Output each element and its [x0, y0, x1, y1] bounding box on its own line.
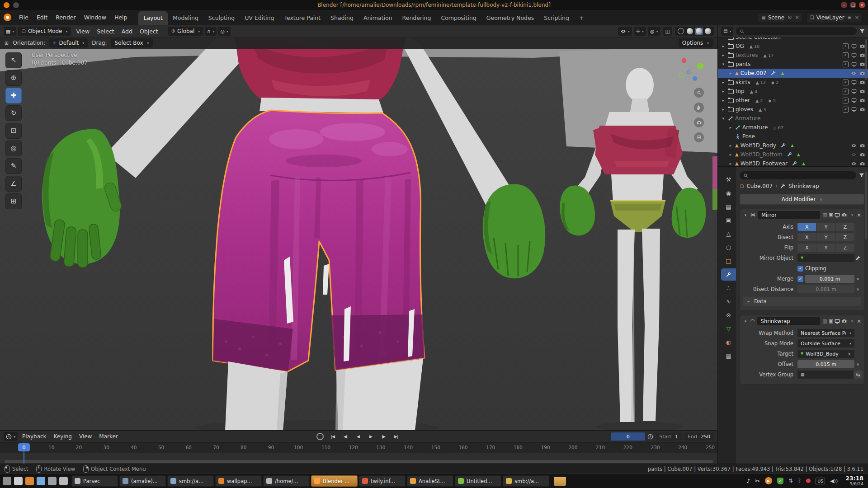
- media-player-icon[interactable]: ♪: [746, 478, 750, 484]
- zoom-button[interactable]: [694, 88, 704, 98]
- disclosure-right-icon[interactable]: ▸: [721, 107, 726, 112]
- view-layer-remove-icon[interactable]: ×: [855, 14, 859, 20]
- jump-start-button[interactable]: |◀: [327, 432, 339, 441]
- workspace-tab-animation[interactable]: Animation: [359, 11, 397, 25]
- workspace-tab-modeling[interactable]: Modeling: [168, 11, 203, 25]
- animate-dot[interactable]: [857, 278, 859, 280]
- jump-end-button[interactable]: ▶|: [390, 432, 402, 441]
- taskbar-window-amalie[interactable]: (amalie)...: [119, 475, 166, 487]
- model-main-left-glove[interactable]: [42, 129, 123, 267]
- next-keyframe-button[interactable]: |▶: [377, 432, 389, 441]
- properties-tab-physics[interactable]: ∿: [721, 296, 736, 308]
- disable-in-renders-icon[interactable]: [859, 89, 865, 94]
- disclosure-right-icon[interactable]: ▸: [728, 71, 733, 75]
- outliner-row-armature[interactable]: ▾Armature: [718, 114, 868, 123]
- properties-scrollbar[interactable]: [865, 172, 867, 239]
- taskbar-window-twily-inf[interactable]: twily.inf...: [359, 475, 406, 487]
- properties-tab-world[interactable]: ○: [721, 241, 736, 253]
- visibility-checkbox[interactable]: ✓: [843, 89, 849, 94]
- eyedropper-icon[interactable]: [855, 256, 860, 261]
- disable-in-renders-icon[interactable]: [859, 143, 865, 149]
- close-button[interactable]: ×: [859, 2, 865, 8]
- animate-dot[interactable]: [857, 363, 859, 366]
- tool-scale[interactable]: ⊡: [5, 123, 22, 139]
- properties-tab-view-layer[interactable]: ▣: [721, 214, 736, 226]
- proportional-edit-toggle[interactable]: ◎▾: [218, 27, 231, 36]
- taskbar-window-blender[interactable]: Blender ...: [311, 475, 358, 487]
- breadcrumb-object[interactable]: Cube.007: [746, 183, 773, 189]
- gizmo-y-axis[interactable]: [697, 63, 703, 69]
- shading-material-preview-button[interactable]: [695, 28, 703, 35]
- outliner-row-textures[interactable]: ▸textures▲ 17✓: [718, 51, 868, 60]
- mirror-object-object-field[interactable]: ▼: [797, 254, 854, 262]
- tool-rotate[interactable]: ↻: [5, 105, 22, 121]
- shading-rendered-button[interactable]: [704, 28, 712, 35]
- clipping-checkbox[interactable]: ✓: [797, 266, 803, 272]
- terminal-icon[interactable]: [48, 477, 57, 485]
- orientation-setting-dropdown[interactable]: ⊹Default▾: [49, 38, 88, 47]
- flip-x-button[interactable]: X: [797, 244, 816, 252]
- taskbar-window-untitled[interactable]: Untitled...: [455, 475, 501, 487]
- merge-checkbox[interactable]: ✓: [797, 276, 803, 282]
- disclosure-down-icon[interactable]: ▾: [743, 213, 748, 217]
- volume-icon[interactable]: ◀)): [830, 478, 838, 484]
- menu-help[interactable]: Help: [110, 13, 132, 22]
- frame-end-field[interactable]: End250: [684, 432, 714, 441]
- pan-button[interactable]: [694, 103, 704, 113]
- maximize-button[interactable]: □: [850, 2, 856, 8]
- playhead-handle[interactable]: 0: [18, 443, 30, 451]
- object-visibility-dropdown[interactable]: ▾: [618, 27, 632, 36]
- camera-view-button[interactable]: [694, 117, 704, 127]
- bisect-x-button[interactable]: X: [797, 233, 816, 241]
- disclosure-down-icon[interactable]: ▾: [721, 62, 726, 66]
- shading-wireframe-button[interactable]: [677, 28, 685, 35]
- visibility-checkbox[interactable]: ✓: [843, 61, 849, 67]
- timeline-scrollbar[interactable]: [5, 460, 713, 463]
- options-dropdown[interactable]: Options∨: [679, 38, 713, 47]
- editor-type-selector[interactable]: ▦▾: [4, 27, 16, 36]
- invert-vertex-group-button[interactable]: ⇆: [854, 371, 863, 379]
- disclosure-right-icon[interactable]: ▸: [728, 152, 733, 157]
- target-object-field[interactable]: ▼Wolf3D_Body×: [797, 350, 854, 358]
- outliner-row-pants[interactable]: ▾pants✓: [718, 60, 868, 69]
- flip-y-button[interactable]: Y: [816, 244, 835, 252]
- show-in-render-icon[interactable]: [841, 318, 847, 324]
- gizmo-z-negative[interactable]: [687, 71, 690, 74]
- prev-keyframe-button[interactable]: ◀|: [340, 432, 351, 441]
- disable-in-viewports-icon[interactable]: [851, 89, 857, 94]
- properties-tab-object-data[interactable]: ▽: [721, 323, 736, 335]
- properties-tab-material[interactable]: ◐: [721, 336, 736, 348]
- disable-in-viewports-icon[interactable]: [851, 43, 857, 49]
- viewport-menu-object[interactable]: Object: [136, 27, 162, 36]
- add-modifier-button[interactable]: Add Modifier ∨: [740, 194, 864, 205]
- disable-in-renders-icon[interactable]: [859, 161, 865, 167]
- snapping-toggle[interactable]: ∩▾: [205, 27, 217, 36]
- show-on-cage-icon[interactable]: ▥: [822, 212, 827, 217]
- outliner-editor-selector[interactable]: ▤▾: [721, 27, 733, 36]
- viewport-3d-scene[interactable]: [0, 25, 717, 430]
- keyboard-layout-indicator[interactable]: US: [816, 478, 825, 484]
- play-reverse-button[interactable]: ◀: [352, 432, 364, 441]
- bisect-distance-value-field[interactable]: 0.001 m: [797, 285, 854, 293]
- snap-mode-dropdown[interactable]: Outside Surface▾: [797, 339, 854, 347]
- wrap-method-dropdown[interactable]: Nearest Surface Point▾: [797, 329, 854, 337]
- navigation-gizmo[interactable]: [677, 54, 706, 84]
- menu-file[interactable]: File: [15, 13, 33, 22]
- axis-z-button[interactable]: Z: [836, 223, 854, 231]
- disclosure-down-icon[interactable]: ▾: [721, 116, 726, 121]
- properties-tab-tool[interactable]: ⚒: [721, 174, 736, 186]
- viewport-3d[interactable]: ▦▾ ▢ Object Mode ▾ ViewSelectAddObject ⊕…: [0, 25, 717, 430]
- workspace-tab-rendering[interactable]: Rendering: [397, 11, 436, 25]
- modifier-extras-icon[interactable]: ∨: [851, 213, 854, 217]
- breadcrumb-modifier[interactable]: Shrinkwrap: [788, 183, 819, 189]
- taskbar-window-home[interactable]: /home/...: [263, 475, 310, 487]
- tool-select-box[interactable]: ↖: [5, 52, 22, 68]
- window-titlebar[interactable]: Blender [/home/amalie/Downloads/rpm/femi…: [0, 0, 868, 10]
- xray-toggle[interactable]: ◫: [663, 27, 672, 36]
- perspective-switch-button[interactable]: ⊞: [694, 132, 704, 142]
- disable-in-viewports-icon[interactable]: [851, 80, 857, 85]
- properties-tab-constraints[interactable]: ⊗: [721, 309, 736, 321]
- scene-unlink-icon[interactable]: ×: [795, 14, 799, 20]
- viewport-menu-add[interactable]: Add: [118, 27, 136, 36]
- animate-dot[interactable]: [857, 288, 859, 291]
